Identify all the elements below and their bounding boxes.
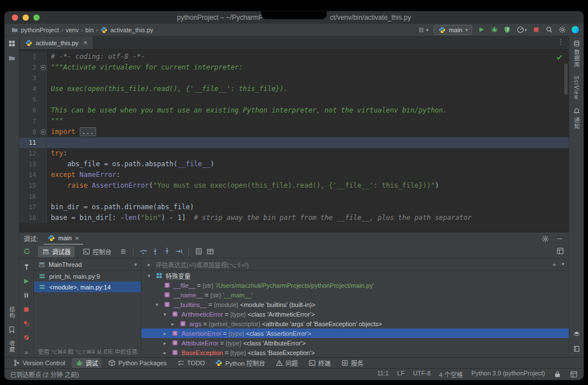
- debug-session-tab[interactable]: main ✕: [44, 232, 83, 245]
- breadcrumb-item[interactable]: venv: [64, 27, 80, 33]
- variable-row[interactable]: __file__ = {str} '/Users/maczhuli/Pychar…: [141, 280, 569, 290]
- variable-row[interactable]: ▾__builtins__ = {module} <module 'builti…: [141, 300, 569, 309]
- status-item[interactable]: Python 3.9 (pythonProject): [472, 370, 545, 379]
- thread-selector[interactable]: MainThread ▾: [34, 258, 141, 271]
- variable-row[interactable]: ▾特殊变量: [141, 271, 569, 280]
- variable-row[interactable]: ▸AttributeError = {type} <class 'Attribu…: [141, 338, 569, 348]
- variable-row[interactable]: ▸BaseException = {type} <class 'BaseExce…: [141, 348, 569, 357]
- variable-row[interactable]: __name__ = {str} '__main__': [141, 290, 569, 300]
- lock-icon[interactable]: [554, 370, 561, 378]
- toolwindow-button-problems[interactable]: 问题: [272, 358, 301, 368]
- variable-row[interactable]: ▾ArithmeticError = {type} <class 'Arithm…: [141, 309, 569, 319]
- watches-view-button[interactable]: [206, 248, 214, 256]
- toolwindow-button-packages[interactable]: Python Packages: [105, 358, 170, 367]
- toolwindow-button-python[interactable]: Python 控制台: [211, 358, 268, 368]
- rerun-button[interactable]: [23, 248, 31, 256]
- editor-line-1[interactable]: 1# -*- coding: utf-8 -*-: [19, 51, 569, 62]
- editor-line-3[interactable]: 3: [19, 73, 569, 84]
- editor-line-2[interactable]: 2−"""Activate virtualenv for current int…: [19, 62, 569, 73]
- chevron-down-icon[interactable]: ▾: [146, 273, 152, 279]
- view-breakpoints-button[interactable]: [23, 319, 31, 327]
- chevron-right-icon[interactable]: ▸: [162, 331, 168, 336]
- hide-tool-window-icon[interactable]: ─: [557, 235, 562, 243]
- project-tool-button[interactable]: [8, 40, 16, 47]
- status-item[interactable]: LF: [397, 370, 405, 379]
- mute-breakpoints-button[interactable]: [23, 334, 31, 341]
- dependencies-tool-button[interactable]: [573, 330, 581, 338]
- editor-tab-active[interactable]: activate_this.py ✕: [20, 36, 93, 49]
- run-with-coverage-button[interactable]: [503, 26, 511, 34]
- editor-line-7[interactable]: 7""": [19, 116, 569, 127]
- editor-line-11[interactable]: 11: [19, 137, 569, 148]
- more-actions-icon[interactable]: »: [24, 349, 28, 356]
- editor-line-8[interactable]: 8−import ...: [19, 127, 569, 137]
- toolwindow-button-todo[interactable]: TODO: [174, 358, 209, 367]
- close-tab-icon[interactable]: ✕: [83, 40, 88, 46]
- editor-line-15[interactable]: 15 raise AssertionError("You must use ex…: [19, 180, 569, 191]
- editor-line-12[interactable]: 12try:: [19, 148, 569, 159]
- step-into-button[interactable]: [151, 248, 159, 256]
- editor-line-17[interactable]: 17bin_dir = os.path.dirname(abs_file): [19, 202, 569, 213]
- debug-settings-icon[interactable]: [541, 235, 549, 243]
- editor-line-18[interactable]: 18base = bin_dir[: -len("bin") - 1] # st…: [19, 213, 569, 223]
- profiler-button[interactable]: ▾: [516, 26, 527, 34]
- favorites-tool-button[interactable]: 收藏: [7, 340, 16, 353]
- right-stripe-tool-button[interactable]: 通知: [572, 107, 581, 129]
- close-window-button[interactable]: [12, 15, 18, 21]
- inspections-ok-icon[interactable]: [555, 53, 563, 61]
- stop-debug-button[interactable]: [23, 305, 31, 313]
- breadcrumb-item[interactable]: bin: [84, 27, 96, 33]
- editor-line-16[interactable]: 16: [19, 191, 569, 202]
- stack-frame-row[interactable]: print_hi, main.py:9: [34, 271, 141, 282]
- tab-console[interactable]: 控制台: [79, 246, 115, 257]
- chevron-down-icon[interactable]: ▾: [561, 261, 564, 268]
- toolwindow-button-bug[interactable]: 调试: [72, 358, 101, 368]
- breadcrumb-item[interactable]: pythonProject: [9, 26, 60, 34]
- folders-tool-button[interactable]: [8, 54, 16, 62]
- search-everywhere-button[interactable]: [545, 26, 553, 34]
- debug-button[interactable]: [490, 26, 498, 34]
- documentation-tool-button[interactable]: [573, 345, 581, 353]
- toolbar-menu-icon[interactable]: [119, 248, 127, 256]
- tab-debugger[interactable]: 调试器: [38, 246, 75, 257]
- minimize-window-button[interactable]: [23, 15, 29, 21]
- code-editor[interactable]: 1# -*- coding: utf-8 -*-2−"""Activate vi…: [19, 50, 569, 232]
- chevron-down-icon[interactable]: ▾: [162, 312, 168, 317]
- status-item[interactable]: 4 个空格: [439, 370, 463, 379]
- pause-button[interactable]: [23, 291, 31, 299]
- toolwindow-button-services[interactable]: 服务: [338, 358, 367, 368]
- editor-line-4[interactable]: 4Use exec(open(this_file).read(), {'__fi…: [19, 84, 569, 94]
- stack-frame-row[interactable]: <module>, main.py:14: [34, 282, 141, 292]
- settings-button[interactable]: [558, 26, 566, 34]
- add-watch-icon[interactable]: +: [552, 261, 556, 268]
- status-item[interactable]: 11:1: [377, 370, 389, 379]
- structure-tool-button[interactable]: 结构: [7, 306, 16, 319]
- variable-row[interactable]: ▸args = {getset_descriptor} <attribute '…: [141, 319, 569, 328]
- modify-run-config-button[interactable]: [23, 263, 31, 271]
- layout-settings-icon[interactable]: [556, 247, 564, 255]
- chevron-right-icon[interactable]: ▸: [170, 321, 176, 327]
- close-session-icon[interactable]: ✕: [75, 235, 79, 241]
- right-stripe-tool-button[interactable]: 数据库: [572, 40, 581, 68]
- editor-line-5[interactable]: 5: [19, 94, 569, 105]
- stop-button[interactable]: [532, 26, 540, 34]
- run-button[interactable]: [477, 26, 485, 34]
- fold-marker[interactable]: −: [40, 127, 47, 137]
- evaluate-expression-button[interactable]: [194, 248, 202, 256]
- breadcrumb-item[interactable]: activate_this.py: [98, 26, 155, 34]
- editor-line-14[interactable]: 14except NameError:: [19, 170, 569, 180]
- toolwindow-button-terminal[interactable]: 终端: [305, 358, 334, 368]
- chevron-right-icon[interactable]: ▸: [162, 340, 168, 346]
- chevron-down-icon[interactable]: ▾: [154, 302, 160, 308]
- fold-marker[interactable]: −: [40, 62, 47, 73]
- list-dropdown-icon[interactable]: ▾: [417, 26, 429, 34]
- evaluate-expression-bar[interactable]: ▸ 评估表达式(⏎)或添加监视(⌥⇧⏎) + ▾: [141, 258, 569, 271]
- resume-button[interactable]: [23, 277, 31, 285]
- step-out-button[interactable]: [163, 248, 171, 256]
- chevron-right-icon[interactable]: ▸: [162, 350, 168, 356]
- editor-scrollbar[interactable]: [564, 63, 568, 95]
- step-over-button[interactable]: [139, 248, 147, 256]
- zoom-window-button[interactable]: [33, 15, 40, 21]
- run-to-cursor-button[interactable]: [175, 248, 183, 256]
- status-widget-icon[interactable]: [570, 370, 578, 378]
